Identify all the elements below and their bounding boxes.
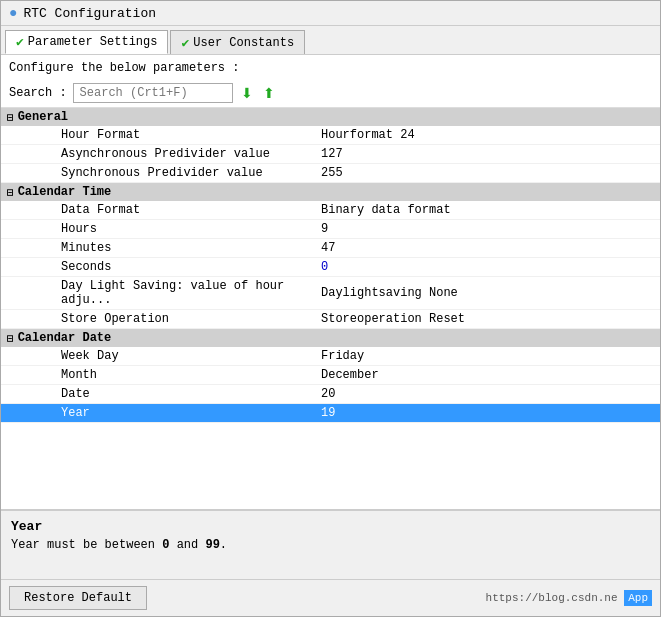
group-calendar-date-label: Calendar Date <box>18 331 112 345</box>
param-row-daylight[interactable]: Day Light Saving: value of hour adju... … <box>1 277 660 310</box>
tab-parameter-settings[interactable]: ✔ Parameter Settings <box>5 30 168 54</box>
group-calendar-time-header[interactable]: ⊟ Calendar Time <box>1 183 660 201</box>
info-description: Year must be between 0 and 99. <box>11 538 650 552</box>
group-general-label: General <box>18 110 68 124</box>
param-row-hours[interactable]: Hours 9 <box>1 220 660 239</box>
app-badge: App <box>624 590 652 606</box>
param-name-sync-prediv: Synchronous Predivider value <box>1 166 321 180</box>
param-row-data-format[interactable]: Data Format Binary data format <box>1 201 660 220</box>
group-calendar-date-header[interactable]: ⊟ Calendar Date <box>1 329 660 347</box>
search-down-button[interactable]: ⬇ <box>239 85 255 101</box>
tab-check-icon2: ✔ <box>181 35 189 51</box>
param-row-seconds[interactable]: Seconds 0 <box>1 258 660 277</box>
tab-check-icon: ✔ <box>16 34 24 50</box>
param-name-weekday: Week Day <box>1 349 321 363</box>
param-name-minutes: Minutes <box>1 241 321 255</box>
search-up-button[interactable]: ⬆ <box>261 85 277 101</box>
param-row-date[interactable]: Date 20 <box>1 385 660 404</box>
csdn-link-text: https://blog.csdn.ne <box>486 592 618 604</box>
restore-default-button[interactable]: Restore Default <box>9 586 147 610</box>
param-name-hour-format: Hour Format <box>1 128 321 142</box>
param-value-store-op: Storeoperation Reset <box>321 312 660 326</box>
param-row-month[interactable]: Month December <box>1 366 660 385</box>
search-bar: Search : ⬇ ⬆ <box>1 79 660 108</box>
group-calendar-time-label: Calendar Time <box>18 185 112 199</box>
param-name-year: Year <box>1 406 321 420</box>
param-value-year <box>321 406 660 420</box>
param-value-sync-prediv: 255 <box>321 166 660 180</box>
param-row-store-op[interactable]: Store Operation Storeoperation Reset <box>1 310 660 329</box>
param-value-daylight: Daylightsaving None <box>321 286 660 300</box>
info-panel: Year Year must be between 0 and 99. <box>1 509 660 579</box>
group-calendar-time-toggle[interactable]: ⊟ <box>7 186 14 199</box>
param-name-month: Month <box>1 368 321 382</box>
param-value-async-prediv: 127 <box>321 147 660 161</box>
info-title: Year <box>11 519 650 534</box>
param-row-year[interactable]: Year <box>1 404 660 423</box>
params-table: ⊟ General Hour Format Hourformat 24 Asyn… <box>1 108 660 509</box>
param-name-async-prediv: Asynchronous Predivider value <box>1 147 321 161</box>
param-value-hour-format: Hourformat 24 <box>321 128 660 142</box>
search-input[interactable] <box>73 83 233 103</box>
param-row-hour-format[interactable]: Hour Format Hourformat 24 <box>1 126 660 145</box>
footer-link: https://blog.csdn.ne App <box>486 592 652 604</box>
param-name-data-format: Data Format <box>1 203 321 217</box>
search-label: Search : <box>9 86 67 100</box>
param-row-weekday[interactable]: Week Day Friday <box>1 347 660 366</box>
param-value-weekday: Friday <box>321 349 660 363</box>
title-bar: ● RTC Configuration <box>1 1 660 26</box>
content-area: Configure the below parameters : Search … <box>1 55 660 509</box>
param-value-hours: 9 <box>321 222 660 236</box>
param-name-daylight: Day Light Saving: value of hour adju... <box>1 279 321 307</box>
param-row-minutes[interactable]: Minutes 47 <box>1 239 660 258</box>
group-general-toggle[interactable]: ⊟ <box>7 111 14 124</box>
param-value-seconds: 0 <box>321 260 660 274</box>
rtc-icon: ● <box>9 5 17 21</box>
footer: Restore Default https://blog.csdn.ne App <box>1 579 660 616</box>
tab-param-label: Parameter Settings <box>28 35 158 49</box>
param-name-seconds: Seconds <box>1 260 321 274</box>
group-general-header[interactable]: ⊟ General <box>1 108 660 126</box>
param-name-date: Date <box>1 387 321 401</box>
param-name-store-op: Store Operation <box>1 312 321 326</box>
tab-bar: ✔ Parameter Settings ✔ User Constants <box>1 26 660 55</box>
param-row-sync-prediv[interactable]: Synchronous Predivider value 255 <box>1 164 660 183</box>
main-window: ● RTC Configuration ✔ Parameter Settings… <box>0 0 661 617</box>
year-edit-input[interactable] <box>321 406 660 420</box>
param-value-minutes: 47 <box>321 241 660 255</box>
configure-text: Configure the below parameters : <box>1 55 660 79</box>
param-value-month: December <box>321 368 660 382</box>
param-row-async-prediv[interactable]: Asynchronous Predivider value 127 <box>1 145 660 164</box>
tab-user-constants[interactable]: ✔ User Constants <box>170 30 305 54</box>
param-value-date: 20 <box>321 387 660 401</box>
window-title: RTC Configuration <box>23 6 156 21</box>
param-name-hours: Hours <box>1 222 321 236</box>
param-value-data-format: Binary data format <box>321 203 660 217</box>
tab-user-label: User Constants <box>193 36 294 50</box>
group-calendar-date-toggle[interactable]: ⊟ <box>7 332 14 345</box>
